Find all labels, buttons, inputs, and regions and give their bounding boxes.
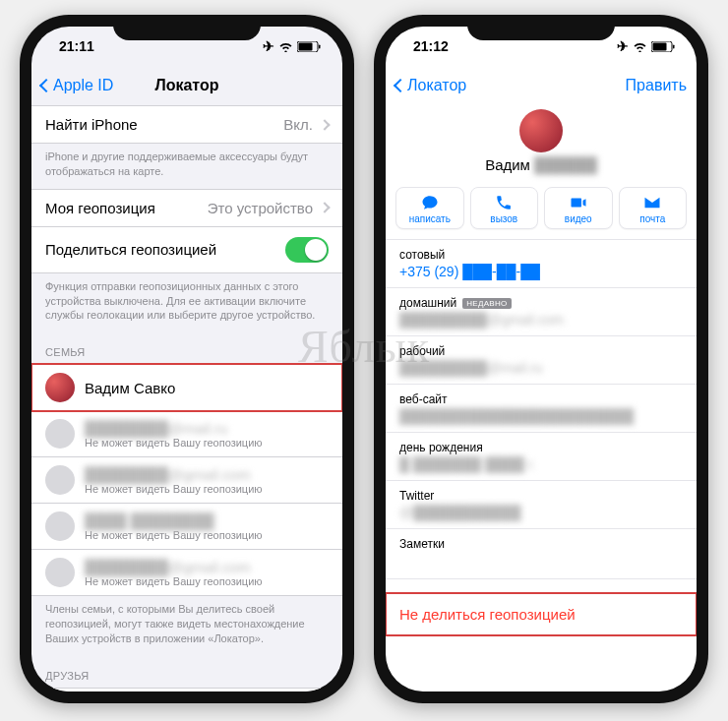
work-row[interactable]: рабочий █████████@mail.ru — [386, 336, 697, 385]
screen-left: 21:11 ✈︎ Apple ID Локатор Найти iPhone — [31, 27, 342, 691]
my-location-label: Моя геопозиция — [45, 200, 155, 216]
phone-right: 21:12 ✈︎ Локатор Править Вадим — [374, 15, 708, 703]
video-button[interactable]: видео — [544, 187, 613, 229]
family-note: Члены семьи, с которыми Вы делитесь свое… — [31, 596, 342, 656]
family-name: ████████@gmail.com — [85, 466, 263, 483]
share-location-label: Поделиться геопозицией — [45, 241, 216, 258]
edit-button[interactable]: Править — [626, 77, 687, 94]
chevron-right-icon — [319, 203, 330, 213]
message-button[interactable]: написать — [395, 187, 464, 229]
family-name: ████████@mail.ru — [85, 420, 263, 437]
family-member[interactable]: ████████@mail.ru Не может видеть Вашу ге… — [31, 411, 342, 457]
family-sub: Не может видеть Вашу геопозицию — [85, 529, 263, 541]
status-time: 21:11 — [59, 38, 94, 54]
website-label: веб-сайт — [399, 392, 683, 406]
back-label: Apple ID — [53, 77, 113, 94]
twitter-label: Twitter — [399, 489, 683, 503]
mail-button[interactable]: почта — [619, 187, 688, 229]
stop-sharing-button[interactable]: Не делиться геопозицией — [386, 593, 697, 635]
family-member[interactable]: ████████@gmail.com Не может видеть Вашу … — [31, 550, 342, 596]
video-icon — [570, 194, 587, 211]
battery-icon — [297, 41, 321, 52]
svg-rect-1 — [299, 42, 313, 50]
home-row[interactable]: домашний НЕДАВНО █████████@gmail.com — [386, 288, 697, 336]
notes-row[interactable]: Заметки — [386, 529, 697, 578]
wifi-icon — [633, 41, 647, 52]
website-value: ████████████████████████ — [399, 408, 683, 424]
family-member-highlighted[interactable]: Вадим Савко — [31, 364, 342, 411]
family-sub: Не может видеть Вашу геопозицию — [85, 437, 263, 449]
avatar — [45, 465, 75, 495]
contact-details: сотовый +375 (29) ███-██-██ домашний НЕД… — [386, 239, 697, 579]
family-sub: Не может видеть Вашу геопозицию — [85, 483, 263, 495]
settings-content[interactable]: Найти iPhone Вкл. iPhone и другие поддер… — [31, 105, 342, 691]
svg-rect-4 — [653, 42, 667, 50]
birthday-value: █ ███████ ████ г. — [399, 456, 683, 472]
mobile-value: +375 (29) ███-██-██ — [399, 264, 683, 279]
share-location-cell[interactable]: Поделиться геопозицией — [31, 227, 342, 273]
airplane-icon: ✈︎ — [263, 38, 274, 54]
share-location-toggle[interactable] — [285, 237, 329, 263]
nav-bar: Apple ID Локатор — [31, 66, 342, 105]
contact-avatar[interactable] — [519, 109, 563, 152]
family-name: ████ ████████ — [85, 512, 263, 529]
family-member[interactable]: ████ ████████ Не может видеть Вашу геопо… — [31, 504, 342, 550]
family-sub: Не может видеть Вашу геопозицию — [85, 575, 263, 587]
avatar — [45, 558, 75, 587]
mail-icon — [643, 194, 661, 211]
back-label: Локатор — [407, 77, 466, 94]
family-name: Вадим Савко — [85, 380, 175, 396]
find-iphone-label: Найти iPhone — [45, 116, 138, 133]
contact-content[interactable]: Вадим ██████ написать вызов в — [386, 105, 697, 691]
my-location-value: Это устройство — [208, 200, 313, 216]
contact-name: Вадим ██████ — [386, 156, 697, 173]
battery-icon — [651, 41, 675, 52]
wifi-icon — [278, 41, 293, 52]
contact-header: Вадим ██████ — [386, 105, 697, 181]
avatar — [45, 511, 75, 541]
call-button[interactable]: вызов — [470, 187, 539, 229]
mobile-label: сотовый — [399, 248, 683, 262]
find-iphone-value: Вкл. — [283, 116, 313, 133]
chevron-right-icon — [319, 119, 330, 130]
share-location-note: Функция отправки геопозиционных данных с… — [31, 273, 342, 333]
work-label: рабочий — [399, 344, 683, 358]
friends-header: ДРУЗЬЯ — [31, 656, 342, 688]
family-name: ████████@gmail.com — [85, 559, 263, 575]
find-iphone-cell[interactable]: Найти iPhone Вкл. — [31, 105, 342, 144]
svg-rect-2 — [319, 44, 321, 48]
website-row[interactable]: веб-сайт ████████████████████████ — [386, 385, 697, 433]
status-icons: ✈︎ — [263, 38, 321, 54]
home-value: █████████@gmail.com — [399, 312, 683, 328]
phone-icon — [495, 194, 513, 211]
family-header: СЕМЬЯ — [31, 332, 342, 364]
mobile-row[interactable]: сотовый +375 (29) ███-██-██ — [386, 240, 697, 288]
screen-right: 21:12 ✈︎ Локатор Править Вадим — [386, 27, 697, 691]
airplane-icon: ✈︎ — [617, 38, 629, 54]
status-time: 21:12 — [413, 38, 449, 54]
work-value: █████████@mail.ru — [399, 360, 683, 376]
home-label: домашний НЕДАВНО — [399, 296, 683, 310]
back-button[interactable]: Локатор — [395, 77, 466, 94]
chevron-left-icon — [39, 79, 53, 92]
phone-left: 21:11 ✈︎ Apple ID Локатор Найти iPhone — [20, 15, 354, 703]
family-member[interactable]: ████████@gmail.com Не может видеть Вашу … — [31, 457, 342, 504]
birthday-row[interactable]: день рождения █ ███████ ████ г. — [386, 433, 697, 481]
avatar — [45, 419, 75, 449]
twitter-row[interactable]: Twitter @███████████ — [386, 481, 697, 529]
nav-bar: Локатор Править — [386, 66, 697, 105]
avatar — [45, 373, 75, 402]
friend-item[interactable]: One Love — [31, 688, 342, 691]
my-location-cell[interactable]: Моя геопозиция Это устройство — [31, 189, 342, 227]
svg-rect-5 — [673, 44, 675, 48]
notes-label: Заметки — [399, 537, 683, 551]
notch — [113, 15, 261, 40]
find-iphone-note: iPhone и другие поддерживаемые аксессуар… — [31, 144, 342, 189]
chevron-left-icon — [394, 79, 407, 92]
back-button[interactable]: Apple ID — [41, 77, 113, 94]
page-title: Локатор — [154, 77, 218, 94]
twitter-value: @███████████ — [399, 505, 683, 520]
status-icons: ✈︎ — [617, 38, 675, 54]
recent-badge: НЕДАВНО — [462, 298, 511, 309]
action-row: написать вызов видео почта — [386, 181, 697, 239]
